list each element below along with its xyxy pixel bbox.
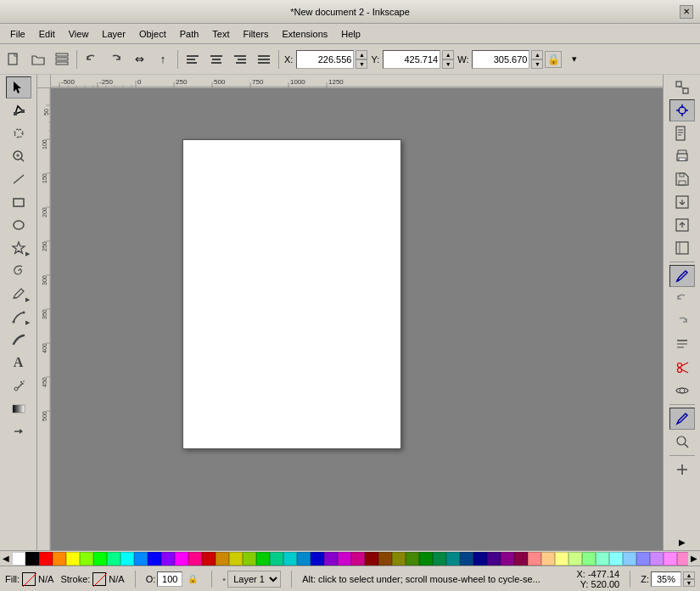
node-tool-button[interactable] [6,99,31,121]
color-swatch-3[interactable] [53,552,66,566]
rp-print[interactable] [669,145,695,167]
calligraphy-tool-button[interactable] [6,329,31,351]
palette-right-arrow[interactable]: ▶ [688,551,700,566]
rp-snap-2[interactable] [669,99,695,121]
color-swatch-45[interactable] [623,552,636,566]
color-swatch-48[interactable] [664,552,677,566]
zoom-spin-up[interactable]: ▲ [683,571,695,579]
gradient-tool-button[interactable] [6,397,31,419]
layer-select[interactable]: Layer 1 [227,571,281,588]
color-swatch-37[interactable] [514,552,528,566]
rp-zoom2[interactable] [669,431,695,453]
rp-snap-1[interactable] [669,76,695,98]
color-swatch-14[interactable] [202,552,216,566]
color-swatch-35[interactable] [487,552,501,566]
text-tool-button[interactable]: A [6,352,31,374]
toolbar-more-button[interactable]: ▾ [563,48,585,70]
color-swatch-40[interactable] [555,552,568,566]
rp-redo2[interactable] [669,311,695,333]
menu-item-help[interactable]: Help [334,27,367,41]
color-swatch-16[interactable] [229,552,243,566]
color-swatch-46[interactable] [636,552,650,566]
color-swatch-12[interactable] [175,552,188,566]
color-swatch-19[interactable] [270,552,283,566]
stroke-color-box[interactable] [92,572,106,586]
w-spin-up[interactable]: ▲ [531,50,543,59]
right-panel-scroll-arrow[interactable]: ▶ [669,533,695,550]
menu-item-edit[interactable]: Edit [32,27,62,41]
menu-item-filters[interactable]: Filters [237,27,276,41]
layers-button[interactable] [51,48,73,70]
up-button[interactable]: ↑ [152,48,174,70]
canvas-area[interactable]: -500 -250 0 250 500 750 1000 1250 [37,75,663,550]
fill-color-box[interactable] [22,572,36,586]
y-spin-up[interactable]: ▲ [442,50,454,59]
rp-eye[interactable] [669,380,695,402]
color-swatch-43[interactable] [596,552,609,566]
align-left-button[interactable] [182,48,204,70]
palette-left-arrow[interactable]: ◀ [0,551,12,566]
color-swatch-47[interactable] [650,552,664,566]
color-swatch-15[interactable] [216,552,229,566]
drawing-canvas[interactable] [51,88,663,550]
color-swatch-26[interactable] [365,552,378,566]
new-button[interactable] [3,48,25,70]
w-input[interactable] [472,50,529,69]
rect-tool-button[interactable] [6,191,31,213]
color-swatch-5[interactable] [80,552,93,566]
selector-tool-button[interactable] [6,76,31,98]
rp-scissors[interactable] [669,357,695,379]
color-swatch-7[interactable] [107,552,120,566]
menu-item-view[interactable]: View [62,27,96,41]
color-swatch-1[interactable] [25,552,39,566]
lock-aspect-button[interactable]: 🔒 [545,51,562,68]
color-swatch-22[interactable] [311,552,324,566]
spiral-tool-button[interactable] [6,260,31,282]
x-input[interactable] [296,50,354,69]
color-swatch-30[interactable] [419,552,433,566]
color-swatch-27[interactable] [378,552,392,566]
color-swatch-29[interactable] [406,552,419,566]
menu-item-path[interactable]: Path [173,27,206,41]
redo-button[interactable] [104,48,126,70]
rp-plus[interactable] [669,459,695,481]
color-swatch-13[interactable] [188,552,202,566]
color-swatch-44[interactable] [609,552,623,566]
close-button[interactable]: ✕ [680,5,693,19]
open-button[interactable] [27,48,49,70]
color-swatch-34[interactable] [473,552,487,566]
color-swatch-10[interactable] [148,552,161,566]
color-swatch-32[interactable] [446,552,460,566]
rp-save[interactable] [669,168,695,190]
menu-item-layer[interactable]: Layer [95,27,132,41]
color-swatch-28[interactable] [392,552,406,566]
color-swatch-24[interactable] [338,552,351,566]
w-spin-down[interactable]: ▼ [531,59,543,69]
menu-item-object[interactable]: Object [132,27,173,41]
color-swatch-9[interactable] [134,552,148,566]
rp-pen2[interactable] [669,408,695,430]
y-input[interactable] [383,50,440,69]
align-center-button[interactable] [205,48,227,70]
color-swatch-31[interactable] [433,552,446,566]
pencil-tool-button[interactable]: ▶ [6,283,31,305]
color-swatch-33[interactable] [460,552,473,566]
menu-item-file[interactable]: File [3,27,32,41]
color-swatch-4[interactable] [66,552,80,566]
color-swatch-39[interactable] [541,552,555,566]
rp-undo2[interactable] [669,288,695,310]
rp-export[interactable] [669,214,695,236]
tweak-tool-button[interactable] [6,122,31,144]
color-swatch-36[interactable] [501,552,514,566]
color-swatch-18[interactable] [256,552,270,566]
zoom-spin-down[interactable]: ▼ [683,579,695,587]
color-swatch-25[interactable] [351,552,365,566]
x-spin-down[interactable]: ▼ [356,59,367,69]
menu-item-extensions[interactable]: Extensions [275,27,334,41]
measure-tool-button[interactable] [6,168,31,190]
undo-button[interactable] [81,48,103,70]
justify-button[interactable] [253,48,275,70]
zoom-input[interactable] [651,571,681,587]
color-swatch-42[interactable] [582,552,596,566]
color-swatch-17[interactable] [243,552,256,566]
